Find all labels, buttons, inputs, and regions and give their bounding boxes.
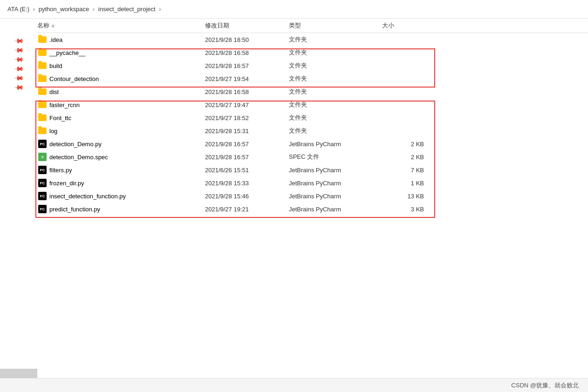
file-name-cell: Contour_detection	[37, 75, 205, 82]
breadcrumb-item-2[interactable]: insect_detect_project	[98, 6, 156, 13]
file-size: 3 KB	[382, 206, 429, 213]
file-name: faster_rcnn	[49, 101, 80, 108]
col-header-size[interactable]: 大小	[382, 21, 429, 30]
table-row[interactable]: PC detection_Demo.py 2021/9/28 16:57 Jet…	[37, 137, 588, 150]
file-size: 1 KB	[382, 180, 429, 187]
folder-icon	[38, 128, 47, 134]
file-date: 2021/9/28 16:57	[205, 62, 289, 69]
file-name: Contour_detection	[49, 75, 99, 82]
table-row[interactable]: build 2021/9/28 16:57 文件夹	[37, 59, 588, 72]
file-name: frozen_dir.py	[49, 180, 84, 187]
file-name-cell: Font_ttc	[37, 115, 205, 122]
file-name: __pycache__	[49, 49, 85, 56]
file-date: 2021/9/28 16:57	[205, 154, 289, 161]
folder-icon	[38, 36, 47, 43]
file-type: SPEC 文件	[289, 153, 382, 161]
file-size: 2 KB	[382, 141, 429, 148]
folder-icon	[38, 49, 47, 56]
file-name: .idea	[49, 36, 62, 43]
file-name: log	[49, 128, 57, 135]
table-row[interactable]: PC filters.py 2021/6/26 15:51 JetBrains …	[37, 163, 588, 176]
file-list: .idea 2021/9/28 18:50 文件夹 __pycache__ 20…	[37, 33, 588, 376]
file-type: 文件夹	[289, 127, 382, 135]
column-headers: 名称 ∧ 修改日期 类型 大小	[37, 19, 588, 33]
file-size: 13 KB	[382, 193, 429, 200]
main-content: 📌 📌 📌 📌 📌 📌 .idea 2021/9/28 18:50 文件夹 __…	[0, 33, 588, 376]
file-size: 2 KB	[382, 154, 429, 161]
file-date: 2021/9/28 18:50	[205, 36, 289, 43]
file-type: JetBrains PyCharm	[289, 167, 382, 174]
file-name-cell: PC filters.py	[37, 166, 205, 174]
file-type: JetBrains PyCharm	[289, 141, 382, 148]
file-name-cell: PC detection_Demo.py	[37, 140, 205, 148]
table-row[interactable]: PC insect_detection_function.py 2021/9/2…	[37, 189, 588, 203]
file-name: insect_detection_function.py	[49, 193, 126, 200]
file-name: detection_Demo.spec	[49, 154, 108, 161]
file-name-cell: .idea	[37, 36, 205, 43]
col-header-date[interactable]: 修改日期	[205, 21, 289, 30]
pycharm-icon: PC	[38, 140, 47, 148]
file-type: JetBrains PyCharm	[289, 180, 382, 187]
file-type: 文件夹	[289, 35, 382, 44]
folder-icon	[38, 88, 47, 95]
file-name: filters.py	[49, 167, 72, 174]
folder-icon	[38, 101, 47, 108]
file-name-cell: PC frozen_dir.py	[37, 179, 205, 187]
file-date: 2021/9/27 18:52	[205, 115, 289, 122]
watermark-text: CSDN @犹豫、就会败北	[511, 381, 579, 390]
col-header-name[interactable]: 名称 ∧	[37, 21, 205, 30]
file-size: 7 KB	[382, 167, 429, 174]
col-header-type[interactable]: 类型	[289, 21, 382, 30]
pycharm-icon: PC	[38, 179, 47, 187]
table-row[interactable]: .idea 2021/9/28 18:50 文件夹	[37, 33, 588, 46]
file-name-cell: PC predict_function.py	[37, 205, 205, 213]
file-name-cell: faster_rcnn	[37, 101, 205, 108]
sort-arrow-icon: ∧	[51, 23, 55, 28]
pycharm-icon: PC	[38, 205, 47, 213]
file-type: 文件夹	[289, 74, 382, 83]
file-date: 2021/9/28 16:58	[205, 49, 289, 56]
file-date: 2021/9/28 15:31	[205, 128, 289, 135]
file-date: 2021/9/28 15:46	[205, 193, 289, 200]
table-row[interactable]: Contour_detection 2021/9/27 19:54 文件夹	[37, 72, 588, 85]
table-row[interactable]: log 2021/9/28 15:31 文件夹	[37, 124, 588, 137]
table-row[interactable]: S detection_Demo.spec 2021/9/28 16:57 SP…	[37, 150, 588, 163]
breadcrumb-item-1[interactable]: python_workspace	[39, 6, 89, 13]
folder-icon	[38, 62, 47, 69]
breadcrumb: ATA (E:) › python_workspace › insect_det…	[7, 6, 163, 13]
table-row[interactable]: PC predict_function.py 2021/9/27 19:21 J…	[37, 203, 588, 216]
table-row[interactable]: faster_rcnn 2021/9/27 19:47 文件夹	[37, 98, 588, 111]
file-name-cell: S detection_Demo.spec	[37, 153, 205, 161]
bottom-bar: CSDN @犹豫、就会败北	[0, 378, 588, 392]
file-type: 文件夹	[289, 114, 382, 122]
file-type: JetBrains PyCharm	[289, 193, 382, 200]
sidebar: 📌 📌 📌 📌 📌 📌	[0, 33, 37, 376]
pin-icon-5[interactable]: 📌	[13, 81, 24, 92]
file-type: 文件夹	[289, 101, 382, 109]
breadcrumb-item-0[interactable]: ATA (E:)	[7, 6, 29, 13]
folder-icon	[38, 75, 47, 82]
file-name-cell: dist	[37, 88, 205, 95]
table-row[interactable]: dist 2021/9/28 16:58 文件夹	[37, 85, 588, 98]
scrollbar[interactable]	[0, 369, 37, 378]
file-type: JetBrains PyCharm	[289, 206, 382, 213]
file-date: 2021/9/27 19:21	[205, 206, 289, 213]
file-date: 2021/9/27 19:47	[205, 101, 289, 108]
file-type: 文件夹	[289, 88, 382, 96]
file-name-cell: build	[37, 62, 205, 69]
file-type: 文件夹	[289, 48, 382, 57]
file-date: 2021/9/27 19:54	[205, 75, 289, 82]
file-name: build	[49, 62, 62, 69]
file-name-cell: PC insect_detection_function.py	[37, 192, 205, 200]
file-name: predict_function.py	[49, 206, 100, 213]
breadcrumb-bar: ATA (E:) › python_workspace › insect_det…	[0, 0, 588, 19]
table-row[interactable]: __pycache__ 2021/9/28 16:58 文件夹	[37, 46, 588, 59]
file-name-cell: __pycache__	[37, 49, 205, 56]
table-row[interactable]: PC frozen_dir.py 2021/9/28 15:33 JetBrai…	[37, 176, 588, 189]
file-date: 2021/9/28 16:57	[205, 141, 289, 148]
file-date: 2021/9/28 15:33	[205, 180, 289, 187]
file-name: Font_ttc	[49, 115, 71, 122]
table-row[interactable]: Font_ttc 2021/9/27 18:52 文件夹	[37, 111, 588, 124]
file-name: detection_Demo.py	[49, 141, 102, 148]
file-name: dist	[49, 88, 59, 95]
